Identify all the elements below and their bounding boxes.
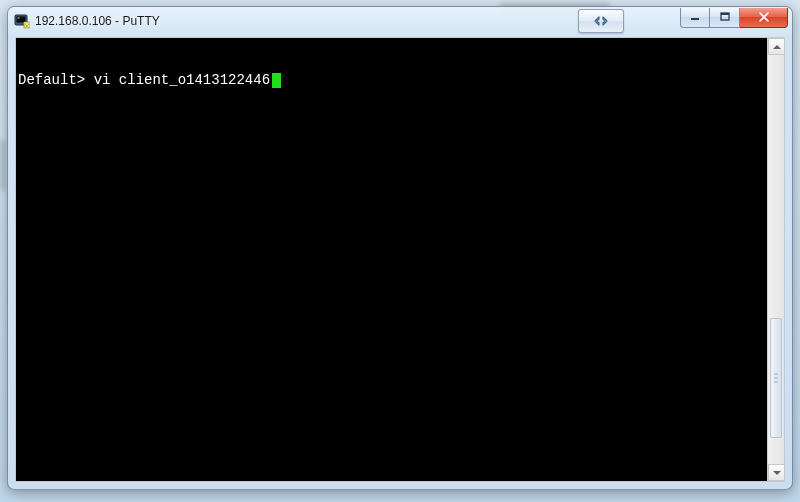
terminal-command: vi client_o1413122446: [94, 72, 270, 88]
terminal-space: [85, 72, 93, 88]
svg-rect-1: [17, 17, 26, 23]
background-window-hint: [0, 140, 6, 190]
scroll-up-button[interactable]: [768, 38, 785, 55]
scroll-down-button[interactable]: [768, 464, 785, 481]
terminal[interactable]: Default> vi client_o1413122446: [16, 38, 767, 481]
svg-rect-3: [24, 22, 30, 28]
putty-window: 192.168.0.106 - PuTTY Default> vi client…: [7, 6, 793, 490]
scrollbar-grip-icon: [774, 374, 778, 383]
scrollbar-thumb[interactable]: [770, 318, 782, 438]
svg-rect-2: [18, 18, 20, 19]
window-title: 192.168.0.106 - PuTTY: [35, 14, 160, 28]
chevron-up-icon: [773, 45, 781, 49]
maximize-button[interactable]: [710, 8, 740, 28]
svg-rect-6: [691, 18, 699, 20]
terminal-cursor: [272, 73, 281, 88]
resize-arrows-button[interactable]: [578, 9, 624, 33]
client-area: Default> vi client_o1413122446: [15, 37, 785, 482]
close-button[interactable]: [740, 8, 788, 28]
svg-rect-8: [721, 13, 729, 15]
terminal-line: Default> vi client_o1413122446: [18, 72, 765, 88]
titlebar[interactable]: 192.168.0.106 - PuTTY: [8, 7, 792, 35]
minimize-button[interactable]: [680, 8, 710, 28]
terminal-prompt: Default>: [18, 72, 85, 88]
putty-icon: [14, 13, 30, 29]
window-controls: [680, 8, 788, 28]
chevron-down-icon: [773, 471, 781, 475]
vertical-scrollbar[interactable]: [767, 38, 784, 481]
